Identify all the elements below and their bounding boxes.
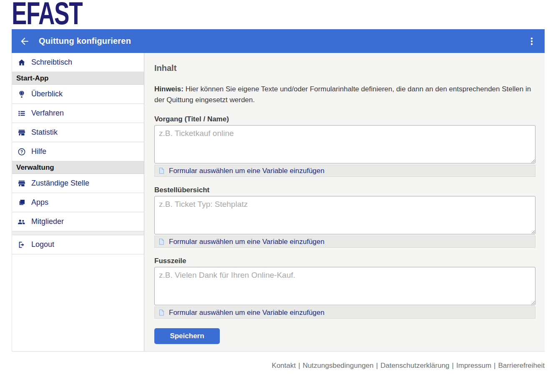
list-icon bbox=[17, 109, 26, 118]
field-label: Bestellübersicht bbox=[154, 186, 535, 194]
overflow-menu-button[interactable] bbox=[526, 36, 537, 47]
people-icon bbox=[17, 217, 26, 226]
field-bestelluebersicht: Bestellübersicht Formular auswählen um e… bbox=[154, 186, 535, 248]
kebab-menu-icon bbox=[527, 36, 537, 46]
bestelluebersicht-textarea[interactable] bbox=[154, 196, 535, 234]
save-button[interactable]: Speichern bbox=[154, 328, 220, 344]
sidebar-nav: Schreibtisch Start-App Überblick bbox=[12, 53, 144, 351]
sidebar-item-apps[interactable]: Apps bbox=[12, 193, 144, 212]
efast-logo[interactable]: EFAST bbox=[12, 0, 82, 27]
sidebar-item-label: Zuständige Stelle bbox=[31, 179, 89, 188]
logout-icon bbox=[17, 240, 26, 249]
sidebar-section-verwaltung: Verwaltung bbox=[12, 161, 144, 174]
insert-variable-label: Formular auswählen um eine Variable einz… bbox=[169, 167, 324, 175]
sidebar-item-label: Statistik bbox=[31, 128, 58, 137]
sidebar-item-logout[interactable]: Logout bbox=[12, 235, 144, 254]
home-icon bbox=[17, 58, 26, 67]
footer-separator: | bbox=[376, 362, 378, 369]
sidebar-divider bbox=[12, 231, 144, 235]
sidebar-item-label: Logout bbox=[31, 240, 54, 249]
field-fusszeile: Fusszeile Formular auswählen um eine Var… bbox=[154, 257, 535, 319]
balloon-icon bbox=[17, 90, 26, 98]
insert-variable-link[interactable]: Formular auswählen um eine Variable einz… bbox=[154, 236, 535, 248]
hint-text: Hinweis: Hier können Sie eigene Texte un… bbox=[154, 84, 535, 106]
field-label: Fusszeile bbox=[154, 257, 535, 265]
sidebar-item-mitglieder[interactable]: Mitglieder bbox=[12, 212, 144, 231]
sidebar-item-label: Überblick bbox=[31, 90, 63, 98]
logo-area: EFAST bbox=[12, 0, 545, 29]
insert-variable-label: Formular auswählen um eine Variable einz… bbox=[169, 238, 324, 246]
field-vorgang: Vorgang (Titel / Name) Formular auswähle… bbox=[154, 115, 535, 177]
page-title: Quittung konfigurieren bbox=[39, 36, 131, 46]
footer-separator: | bbox=[494, 362, 495, 369]
svg-text:?: ? bbox=[20, 149, 23, 154]
sidebar-item-verfahren[interactable]: Verfahren bbox=[12, 104, 144, 123]
footer-link-barrierefreiheit[interactable]: Barrierefreiheit bbox=[498, 362, 545, 369]
footer-link-impressum[interactable]: Impressum bbox=[456, 362, 491, 369]
field-label: Vorgang (Titel / Name) bbox=[154, 115, 535, 123]
sidebar-section-label: Start-App bbox=[16, 74, 48, 83]
footer-link-datenschutzerklaerung[interactable]: Datenschutzerklärung bbox=[380, 362, 449, 369]
storefront-icon bbox=[17, 128, 26, 137]
storefront-icon bbox=[17, 179, 26, 188]
sidebar-item-label: Mitglieder bbox=[31, 217, 64, 226]
content-heading: Inhalt bbox=[154, 63, 535, 73]
vorgang-textarea[interactable] bbox=[154, 125, 535, 163]
content-area: Inhalt Hinweis: Hier können Sie eigene T… bbox=[144, 53, 545, 351]
sidebar-item-label: Schreibtisch bbox=[31, 58, 72, 67]
sidebar-item-label: Verfahren bbox=[31, 109, 64, 118]
sidebar-item-hilfe[interactable]: ? Hilfe bbox=[12, 142, 144, 161]
document-icon bbox=[158, 309, 165, 316]
insert-variable-link[interactable]: Formular auswählen um eine Variable einz… bbox=[154, 165, 535, 177]
document-icon bbox=[158, 238, 165, 245]
sidebar-section-start-app: Start-App bbox=[12, 72, 144, 85]
insert-variable-link[interactable]: Formular auswählen um eine Variable einz… bbox=[154, 307, 535, 319]
fusszeile-textarea[interactable] bbox=[154, 267, 535, 305]
sidebar-item-label: Apps bbox=[31, 198, 48, 207]
sidebar-item-statistik[interactable]: Statistik bbox=[12, 123, 144, 142]
sidebar-item-schreibtisch[interactable]: Schreibtisch bbox=[12, 53, 144, 72]
footer: Kontakt|Nutzungsbedingungen|Datenschutze… bbox=[12, 362, 545, 370]
app-header: Quittung konfigurieren bbox=[12, 29, 545, 53]
sidebar-item-label: Hilfe bbox=[31, 147, 46, 156]
hint-label: Hinweis: bbox=[154, 85, 183, 93]
back-button[interactable] bbox=[19, 35, 30, 47]
arrow-back-icon bbox=[19, 36, 30, 47]
sidebar-section-label: Verwaltung bbox=[16, 163, 54, 172]
apps-icon bbox=[17, 198, 26, 207]
footer-link-kontakt[interactable]: Kontakt bbox=[272, 362, 296, 369]
footer-separator: | bbox=[298, 362, 300, 369]
footer-separator: | bbox=[452, 362, 454, 369]
help-icon: ? bbox=[17, 147, 26, 156]
footer-link-nutzungsbedingungen[interactable]: Nutzungsbedingungen bbox=[303, 362, 374, 369]
document-icon bbox=[158, 167, 165, 174]
sidebar-item-ueberblick[interactable]: Überblick bbox=[12, 85, 144, 104]
insert-variable-label: Formular auswählen um eine Variable einz… bbox=[169, 309, 324, 317]
sidebar-item-zustaendige-stelle[interactable]: Zuständige Stelle bbox=[12, 174, 144, 193]
